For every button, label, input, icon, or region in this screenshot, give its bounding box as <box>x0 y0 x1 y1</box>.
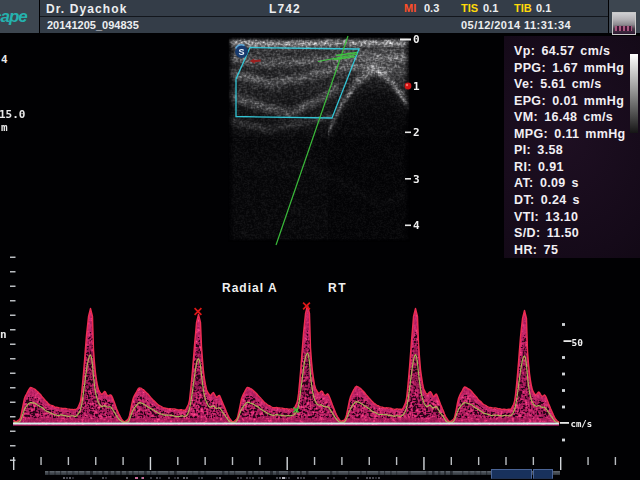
depth-label: 0 <box>413 33 420 46</box>
left-ruler-tick <box>10 315 16 317</box>
left-ruler-tick <box>10 416 16 418</box>
bottom-ruler-tick <box>68 457 69 465</box>
depth-label: 4 <box>413 219 420 232</box>
bottom-ruler-tick <box>40 457 41 465</box>
velocity-dot-tick <box>562 356 565 359</box>
left-ruler-tick <box>10 460 16 462</box>
bottom-ruler-tick <box>505 457 506 465</box>
red-arrow-annotation <box>250 58 261 63</box>
left-ruler-tick <box>10 257 16 259</box>
bottom-ruler-tick <box>533 457 534 465</box>
ultrasound-screen: cape Dr. Dyachok L742 MI 0.3 TIS 0.1 TIB… <box>0 0 640 480</box>
left-ruler-tick <box>10 286 16 288</box>
bottom-ruler-tick <box>423 457 424 470</box>
bottom-ruler-tick <box>259 457 260 465</box>
velocity-tick-50 <box>564 340 572 342</box>
depth-label: 1 <box>413 80 420 93</box>
bottom-ruler-tick <box>13 457 14 470</box>
depth-tick <box>405 132 411 134</box>
bottom-ruler-tick <box>122 457 123 465</box>
bottom-ruler-tick <box>204 457 205 465</box>
left-ruler-tick <box>10 402 16 404</box>
bottom-ruler-tick <box>314 457 315 465</box>
bottom-ruler-tick <box>341 457 342 465</box>
bottom-ruler-tick <box>615 457 616 465</box>
bottom-ruler-tick <box>287 457 288 470</box>
left-ruler-tick <box>10 300 16 302</box>
left-ruler-tick <box>10 329 16 331</box>
bottom-ruler-tick <box>232 457 233 465</box>
focus-marker <box>405 83 412 90</box>
depth-tick <box>405 178 411 180</box>
velocity-dot-tick <box>562 406 565 409</box>
left-ruler-tick <box>10 387 16 389</box>
logo-letter: S <box>239 47 245 57</box>
velocity-dot-tick <box>562 439 565 442</box>
velocity-dot-tick <box>562 323 565 326</box>
left-ruler-tick <box>10 271 16 273</box>
bottom-ruler-tick <box>150 457 151 470</box>
velocity-dot-tick <box>562 389 565 392</box>
bottom-ruler-tick <box>396 457 397 465</box>
velocity-dot-tick <box>562 373 565 376</box>
depth-label: 2 <box>413 126 420 139</box>
velocity-unit-label: cm/s <box>571 419 593 429</box>
spectrum-baseline <box>13 423 559 425</box>
bottom-ruler-tick <box>587 457 588 465</box>
left-ruler-tick <box>10 344 16 346</box>
velocity-tick-baseline <box>560 422 569 424</box>
left-ruler-tick <box>10 431 16 433</box>
depth-label: 3 <box>413 173 420 186</box>
graphics-overlay: 0123450cm/sS <box>0 0 640 480</box>
left-ruler-tick <box>10 358 16 360</box>
depth-tick <box>405 225 411 227</box>
bottom-ruler-tick <box>478 457 479 465</box>
bottom-ruler-tick <box>560 457 561 470</box>
left-ruler-tick <box>10 445 16 447</box>
bottom-ruler-tick <box>451 457 452 465</box>
bottom-ruler-tick <box>177 457 178 465</box>
depth-tick-0 <box>400 39 411 41</box>
focus-marker-glint <box>406 84 408 86</box>
velocity-scale-label: 50 <box>572 337 584 348</box>
doppler-cursor-line <box>276 36 348 245</box>
left-ruler-tick <box>10 373 16 375</box>
bottom-ruler-tick <box>95 457 96 465</box>
bottom-ruler-tick <box>369 457 370 465</box>
